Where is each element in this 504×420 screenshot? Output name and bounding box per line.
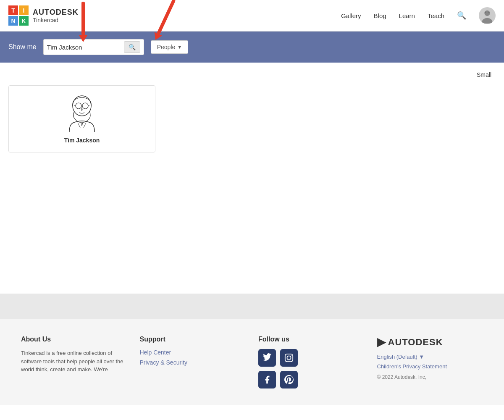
svg-point-1: [484, 10, 490, 16]
footer-autodesk: ▶ AUTODESK English (Default) ▼ Children'…: [377, 336, 483, 393]
nav-gallery[interactable]: Gallery: [341, 12, 361, 19]
main-header: T I N K AUTODESK Tinkercad Gallery Blog …: [0, 0, 504, 32]
logo-t: T: [8, 5, 18, 15]
view-size-label: Small: [477, 71, 491, 78]
search-input-wrapper: 🔍: [43, 39, 144, 55]
footer-support-title: Support: [140, 336, 246, 343]
footer-about-description: Tinkercad is a free online collection of…: [21, 349, 127, 374]
person-card[interactable]: Tim Jackson: [8, 85, 155, 152]
svg-rect-11: [285, 354, 293, 362]
twitter-icon[interactable]: [258, 349, 276, 367]
view-size-button[interactable]: ⁫ Small: [474, 71, 491, 79]
footer: About Us Tinkercad is a free online coll…: [0, 319, 504, 405]
pinterest-icon[interactable]: [280, 371, 298, 388]
people-button-label: People: [157, 44, 176, 50]
language-selector[interactable]: English (Default) ▼: [377, 354, 483, 360]
show-me-label: Show me: [8, 43, 37, 51]
social-icons-row2: [258, 371, 365, 388]
social-icons: [258, 349, 365, 367]
nav-teach[interactable]: Teach: [428, 12, 444, 19]
autodesk-logo: ▶ AUTODESK: [377, 336, 483, 349]
children-privacy-link[interactable]: Children's Privacy Statement: [377, 363, 483, 370]
footer-follow: Follow us: [258, 336, 365, 393]
search-icon[interactable]: 🔍: [457, 11, 466, 20]
svg-point-12: [287, 356, 291, 360]
footer-divider: [0, 294, 504, 319]
svg-point-13: [291, 355, 291, 356]
people-dropdown-button[interactable]: People ▼: [151, 40, 188, 54]
logo-area: T I N K AUTODESK Tinkercad: [8, 5, 341, 26]
chevron-down-icon: ▼: [177, 45, 182, 50]
results-grid: Tim Jackson: [8, 85, 496, 152]
facebook-icon[interactable]: [258, 371, 276, 388]
main-content: ⁫ Small: [0, 63, 504, 294]
person-name: Tim Jackson: [64, 137, 100, 144]
search-button[interactable]: 🔍: [124, 41, 140, 53]
nav-blog[interactable]: Blog: [374, 12, 386, 19]
copyright-text: © 2022 Autodesk, Inc,: [377, 374, 427, 380]
help-center-link[interactable]: Help Center: [140, 349, 246, 356]
view-controls: ⁫ Small: [8, 71, 496, 79]
footer-about: About Us Tinkercad is a free online coll…: [21, 336, 127, 393]
footer-follow-title: Follow us: [258, 336, 365, 343]
nav-learn[interactable]: Learn: [399, 12, 415, 19]
footer-about-title: About Us: [21, 336, 127, 343]
autodesk-logo-symbol: ▶: [377, 336, 386, 349]
search-input[interactable]: [47, 44, 121, 51]
user-avatar[interactable]: [479, 7, 496, 24]
footer-support: Support Help Center Privacy & Security: [140, 336, 246, 393]
instagram-icon[interactable]: [280, 349, 298, 367]
logo-i: I: [19, 5, 29, 15]
main-nav: Gallery Blog Learn Teach 🔍: [341, 7, 496, 24]
logo-grid[interactable]: T I N K: [8, 5, 29, 26]
logo-text: AUTODESK Tinkercad: [33, 8, 79, 24]
privacy-security-link[interactable]: Privacy & Security: [140, 359, 246, 366]
search-bar: Show me 🔍 People ▼: [0, 32, 504, 63]
logo-n: N: [8, 16, 18, 26]
tinkercad-label: Tinkercad: [33, 17, 79, 24]
autodesk-logo-text: AUTODESK: [388, 337, 443, 348]
person-avatar: [65, 94, 99, 132]
logo-k: K: [19, 16, 29, 26]
autodesk-label: AUTODESK: [33, 8, 79, 17]
